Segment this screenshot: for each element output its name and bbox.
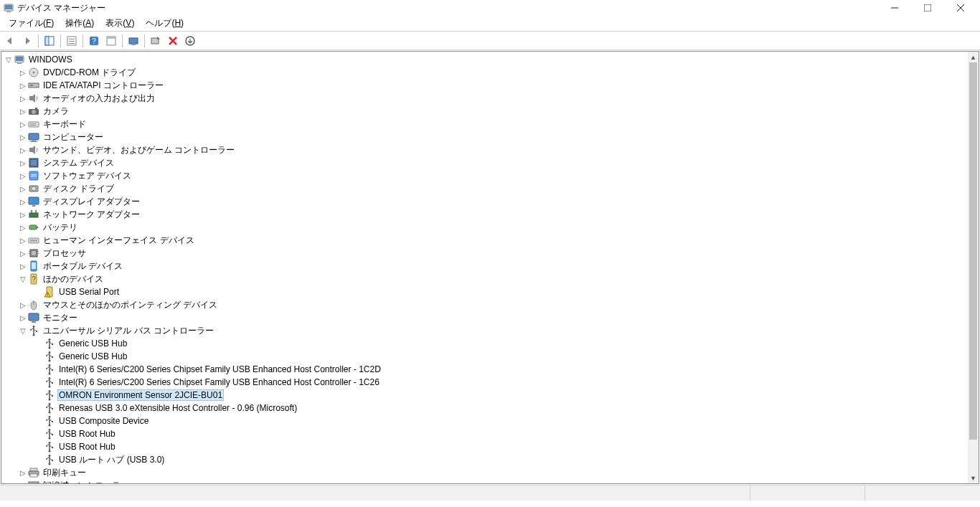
expand-icon[interactable]: ▷ <box>19 108 27 115</box>
tree-category[interactable]: ▷プロセッサ <box>1 247 968 260</box>
vertical-scrollbar[interactable]: ▲ ▼ <box>968 52 979 483</box>
scroll-thumb[interactable] <box>969 62 977 440</box>
tree-root[interactable]: ▽WINDOWS <box>1 53 968 66</box>
device-label[interactable]: USB Composite Device <box>57 416 150 426</box>
category-label[interactable]: ネットワーク アダプター <box>42 209 141 221</box>
tree-device[interactable]: Intel(R) 6 Series/C200 Series Chipset Fa… <box>1 363 968 376</box>
category-label[interactable]: 印刷キュー <box>42 467 88 479</box>
expand-icon[interactable]: ▷ <box>19 133 27 141</box>
collapse-icon[interactable]: ▽ <box>19 275 27 283</box>
device-label[interactable]: Generic USB Hub <box>57 351 128 361</box>
tree-category[interactable]: ▷システム デバイス <box>1 156 968 169</box>
expand-icon[interactable]: ▷ <box>19 198 27 206</box>
expand-icon[interactable]: ▷ <box>19 469 27 477</box>
device-label[interactable]: Intel(R) 6 Series/C200 Series Chipset Fa… <box>57 364 382 374</box>
device-label[interactable]: USB Serial Port <box>57 287 121 297</box>
tree-device[interactable]: Generic USB Hub <box>1 337 968 350</box>
tree-category[interactable]: ▷DVD/CD-ROM ドライブ <box>1 66 968 79</box>
expand-icon[interactable]: ▷ <box>19 211 27 219</box>
tree-category[interactable]: ▷オーディオの入力および出力 <box>1 92 968 105</box>
expand-icon[interactable]: ▷ <box>19 95 27 103</box>
category-label[interactable]: システム デバイス <box>42 157 116 169</box>
device-label[interactable]: Generic USB Hub <box>57 338 128 349</box>
help-button[interactable]: ? <box>86 33 102 49</box>
expand-icon[interactable]: ▷ <box>19 314 27 322</box>
tree-category[interactable]: ▷ディスク ドライブ <box>1 182 968 195</box>
category-label[interactable]: ディスプレイ アダプター <box>42 196 141 208</box>
collapse-icon[interactable]: ▽ <box>19 327 27 335</box>
category-label[interactable]: サウンド、ビデオ、およびゲーム コントローラー <box>42 144 236 156</box>
device-label[interactable]: USB Root Hub <box>57 442 117 452</box>
tree-device[interactable]: Renesas USB 3.0 eXtensible Host Controll… <box>1 402 968 414</box>
expand-icon[interactable]: ▷ <box>19 146 27 154</box>
back-button[interactable] <box>2 33 18 49</box>
tree-device[interactable]: USB Root Hub <box>1 427 968 440</box>
tree-category[interactable]: ▷ネットワーク アダプター <box>1 208 968 221</box>
tree-device[interactable]: USB Composite Device <box>1 414 968 427</box>
expand-icon[interactable]: ▷ <box>19 237 27 245</box>
tree-device[interactable]: OMRON Environment Sensor 2JCIE-BU01 <box>1 389 968 402</box>
category-label[interactable]: ほかのデバイス <box>42 273 105 285</box>
tree-device[interactable]: Intel(R) 6 Series/C200 Series Chipset Fa… <box>1 376 968 389</box>
device-label[interactable]: USB ルート ハブ (USB 3.0) <box>57 454 166 466</box>
device-label[interactable]: OMRON Environment Sensor 2JCIE-BU01 <box>57 389 224 401</box>
category-label[interactable]: カメラ <box>42 105 70 118</box>
expand-icon[interactable]: ▷ <box>19 185 27 193</box>
expand-icon[interactable]: ▷ <box>19 262 27 270</box>
category-label[interactable]: ディスク ドライブ <box>42 183 116 195</box>
category-label[interactable]: ポータブル デバイス <box>42 260 124 273</box>
scroll-down-button[interactable]: ▼ <box>968 473 979 483</box>
maximize-button[interactable] <box>911 0 944 16</box>
tree-device[interactable]: USB Root Hub <box>1 440 968 453</box>
tree-category[interactable]: ▷バッテリ <box>1 221 968 234</box>
category-label[interactable]: DVD/CD-ROM ドライブ <box>42 67 137 79</box>
expand-icon[interactable]: ▷ <box>19 69 27 77</box>
category-label[interactable]: プロセッサ <box>42 247 88 260</box>
enable-device-button[interactable] <box>148 33 164 49</box>
menu-file[interactable]: ファイル(F) <box>3 16 60 31</box>
tree-category[interactable]: ▷コンピューター <box>1 131 968 143</box>
tree-category[interactable]: ▷ディスプレイ アダプター <box>1 195 968 208</box>
expand-icon[interactable]: ▷ <box>19 482 27 484</box>
category-label[interactable]: ヒューマン インターフェイス デバイス <box>42 234 196 247</box>
tree-category[interactable]: ▷サウンド、ビデオ、およびゲーム コントローラー <box>1 143 968 156</box>
minimize-button[interactable] <box>878 0 911 16</box>
menu-help[interactable]: ヘルプ(H) <box>140 16 189 31</box>
category-label[interactable]: キーボード <box>42 118 88 131</box>
category-label[interactable]: IDE ATA/ATAPI コントローラー <box>42 80 165 92</box>
category-label[interactable]: 記憶域コントローラー <box>42 480 131 484</box>
view-devices-button[interactable] <box>103 33 119 49</box>
expand-icon[interactable]: ▷ <box>19 301 27 309</box>
tree-category[interactable]: ▷印刷キュー <box>1 466 968 479</box>
device-label[interactable]: Intel(R) 6 Series/C200 Series Chipset Fa… <box>57 377 381 387</box>
device-label[interactable]: Renesas USB 3.0 eXtensible Host Controll… <box>57 403 298 413</box>
tree-category[interactable]: ▷ヒューマン インターフェイス デバイス <box>1 234 968 247</box>
category-label[interactable]: ユニバーサル シリアル バス コントローラー <box>42 325 215 337</box>
tree-category[interactable]: ▷IDE ATA/ATAPI コントローラー <box>1 79 968 92</box>
tree-device[interactable]: USB Serial Port <box>1 285 968 298</box>
expand-icon[interactable]: ▷ <box>19 172 27 180</box>
device-label[interactable]: USB Root Hub <box>57 429 117 439</box>
category-label[interactable]: ソフトウェア デバイス <box>42 170 133 182</box>
tree-category[interactable]: ▷キーボード <box>1 118 968 131</box>
uninstall-device-button[interactable] <box>182 33 198 49</box>
tree-category[interactable]: ▷ソフトウェア デバイス <box>1 169 968 182</box>
expand-icon[interactable]: ▷ <box>19 224 27 232</box>
expand-icon[interactable]: ▷ <box>19 250 27 257</box>
tree-category[interactable]: ▷マウスとそのほかのポインティング デバイス <box>1 298 968 311</box>
tree-category[interactable]: ▷カメラ <box>1 105 968 118</box>
tree-category[interactable]: ▷モニター <box>1 311 968 324</box>
properties-button[interactable] <box>64 33 80 49</box>
show-hide-console-button[interactable] <box>42 33 57 49</box>
menu-view[interactable]: 表示(V) <box>100 16 140 31</box>
menu-action[interactable]: 操作(A) <box>60 16 100 31</box>
collapse-icon[interactable]: ▽ <box>4 56 13 64</box>
tree-category[interactable]: ▽ほかのデバイス <box>1 273 968 285</box>
category-label[interactable]: オーディオの入力および出力 <box>42 93 156 105</box>
expand-icon[interactable]: ▷ <box>19 159 27 167</box>
category-label[interactable]: マウスとそのほかのポインティング デバイス <box>42 299 219 311</box>
expand-icon[interactable]: ▷ <box>19 82 27 90</box>
root-label[interactable]: WINDOWS <box>27 55 74 65</box>
tree-category[interactable]: ▷ポータブル デバイス <box>1 260 968 273</box>
category-label[interactable]: コンピューター <box>42 131 105 143</box>
